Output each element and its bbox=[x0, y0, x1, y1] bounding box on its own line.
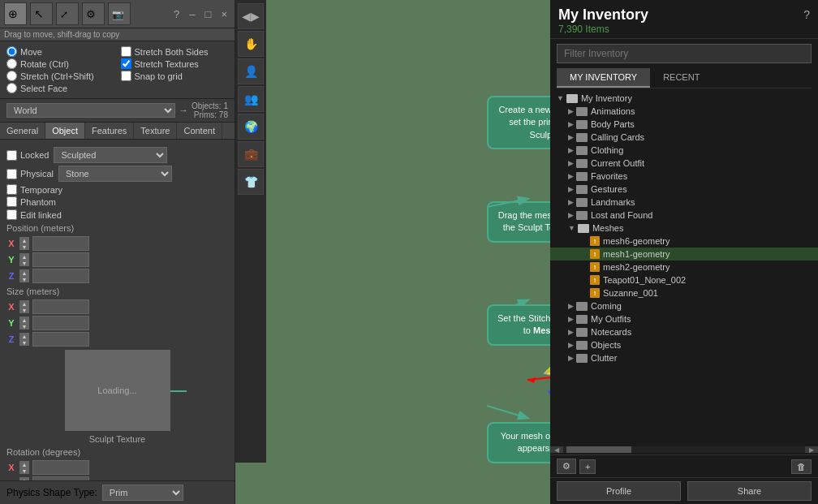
tree-item[interactable]: ▶Current Outfit bbox=[550, 157, 818, 170]
arrow-btn[interactable]: → bbox=[179, 105, 188, 116]
tree-item[interactable]: ▶Lost and Found bbox=[550, 209, 818, 222]
tree-item[interactable]: ▶Calling Cards bbox=[550, 131, 818, 144]
size-z-down[interactable]: ▼ bbox=[19, 339, 29, 346]
physics-select[interactable]: Prim bbox=[102, 485, 183, 501]
tree-item[interactable]: ▶Gestures bbox=[550, 183, 818, 196]
pos-y-up[interactable]: ▲ bbox=[19, 253, 29, 260]
help-btn[interactable]: ? bbox=[170, 8, 183, 20]
tree-item[interactable]: !mesh6-geometry bbox=[550, 235, 818, 248]
svg-text:⤢: ⤢ bbox=[60, 9, 68, 20]
minimize-btn[interactable]: – bbox=[186, 8, 198, 20]
add-btn[interactable]: + bbox=[579, 459, 596, 474]
move-tool-btn[interactable]: ⊕ bbox=[4, 2, 27, 25]
pos-z-input[interactable]: 23.613 bbox=[32, 269, 89, 283]
tab-object[interactable]: Object bbox=[45, 123, 85, 139]
tree-item[interactable]: !mesh2-geometry bbox=[550, 261, 818, 274]
stretch-textures-label: Stretch Textures bbox=[135, 59, 199, 69]
tree-item[interactable]: ▶Objects bbox=[550, 338, 818, 351]
inventory-tabs: MY INVENTORY RECENT bbox=[557, 68, 812, 88]
tab-features[interactable]: Features bbox=[85, 123, 134, 139]
locked-checkbox[interactable] bbox=[6, 150, 17, 161]
pos-z-down[interactable]: ▼ bbox=[19, 276, 29, 282]
camera-tool-btn[interactable]: 📷 bbox=[108, 2, 131, 25]
select-tool-btn[interactable]: ↖ bbox=[30, 2, 53, 25]
tree-item[interactable]: ▶Body Parts bbox=[550, 118, 818, 131]
tab-content[interactable]: Content bbox=[177, 123, 222, 139]
gear-btn[interactable]: ⚙ bbox=[557, 459, 576, 474]
sculpted-select[interactable]: Sculpted bbox=[54, 147, 167, 163]
tree-item[interactable]: ▶Clutter bbox=[550, 351, 818, 364]
stretch-tool-btn[interactable]: ⤢ bbox=[56, 2, 79, 25]
tab-recent[interactable]: RECENT bbox=[650, 68, 713, 88]
tree-item[interactable]: ▶Notecards bbox=[550, 325, 818, 338]
inventory-panel: My Inventory ? 7,390 Items MY INVENTORY … bbox=[550, 0, 818, 504]
stretch-radio[interactable] bbox=[6, 71, 17, 81]
pos-y-down[interactable]: ▼ bbox=[19, 260, 29, 266]
tab-texture[interactable]: Texture bbox=[134, 123, 177, 139]
tree-item[interactable]: ▶Animations bbox=[550, 105, 818, 118]
folder-icon bbox=[576, 172, 588, 181]
profile-btn[interactable]: Profile bbox=[557, 481, 681, 501]
tree-item-label: Favorites bbox=[591, 171, 627, 181]
size-y-up[interactable]: ▲ bbox=[19, 317, 29, 323]
delete-btn[interactable]: 🗑 bbox=[791, 459, 812, 474]
rot-x-up[interactable]: ▲ bbox=[19, 461, 29, 467]
svg-marker-17 bbox=[527, 377, 536, 383]
tree-item[interactable]: !Teapot01_None_002 bbox=[550, 274, 818, 286]
folder-arrow: ▶ bbox=[568, 354, 574, 362]
size-x-up[interactable]: ▲ bbox=[19, 300, 29, 307]
share-btn[interactable]: Share bbox=[687, 481, 812, 501]
edit-linked-checkbox[interactable] bbox=[6, 209, 17, 220]
maximize-btn[interactable]: □ bbox=[202, 8, 215, 20]
size-z-input[interactable]: 1.402 bbox=[32, 332, 89, 347]
tree-item-label: mesh6-geometry bbox=[603, 236, 670, 246]
tab-my-inventory[interactable]: MY INVENTORY bbox=[557, 68, 650, 88]
size-y-input[interactable]: 1.402 bbox=[32, 316, 89, 330]
phantom-checkbox[interactable] bbox=[6, 196, 17, 207]
stretch-textures-checkbox[interactable] bbox=[121, 58, 131, 69]
size-z-up[interactable]: ▲ bbox=[19, 333, 29, 339]
snap-grid-checkbox[interactable] bbox=[121, 71, 131, 81]
pos-x-up[interactable]: ▲ bbox=[19, 237, 29, 243]
rot-x-down[interactable]: ▼ bbox=[19, 467, 29, 474]
rotate-radio[interactable] bbox=[6, 58, 17, 69]
pos-z-up[interactable]: ▲ bbox=[19, 269, 29, 276]
scroll-left-btn[interactable]: ◀ bbox=[550, 446, 563, 453]
stretch-both-checkbox[interactable] bbox=[121, 46, 131, 57]
move-radio[interactable] bbox=[6, 46, 17, 57]
inventory-tree[interactable]: ▼My Inventory▶Animations▶Body Parts▶Call… bbox=[550, 88, 818, 446]
size-x-input[interactable]: 1.402 bbox=[32, 299, 89, 314]
tree-item-label: Coming bbox=[591, 301, 622, 311]
tree-item[interactable]: ▶Coming bbox=[550, 299, 818, 312]
tree-item[interactable]: !Suzanne_001 bbox=[550, 286, 818, 299]
stone-select[interactable]: Stone bbox=[58, 166, 172, 182]
tree-item-label: My Outfits bbox=[591, 314, 631, 324]
size-y-down[interactable]: ▼ bbox=[19, 323, 29, 330]
tree-item[interactable]: !mesh1-geometry bbox=[550, 248, 818, 261]
settings-tool-btn[interactable]: ⚙ bbox=[82, 2, 105, 25]
folder-icon bbox=[576, 315, 588, 324]
tab-general[interactable]: General bbox=[0, 123, 45, 139]
temporary-checkbox[interactable] bbox=[6, 184, 17, 195]
tree-item[interactable]: ▶Clothing bbox=[550, 144, 818, 157]
pos-x-down[interactable]: ▼ bbox=[19, 243, 29, 250]
inventory-help-btn[interactable]: ? bbox=[803, 8, 810, 21]
tree-item[interactable]: ▶My Outfits bbox=[550, 312, 818, 325]
pos-y-input[interactable]: 75.175 bbox=[32, 252, 89, 267]
horiz-scrollbar[interactable]: ◀ ▶ bbox=[550, 446, 818, 453]
filter-input[interactable] bbox=[557, 44, 812, 63]
tree-item[interactable]: ▶Landmarks bbox=[550, 196, 818, 209]
rot-x-input[interactable]: 0.00 bbox=[32, 460, 89, 475]
scroll-right-btn[interactable]: ▶ bbox=[805, 446, 818, 453]
folder-arrow: ▼ bbox=[568, 224, 575, 232]
pos-x-input[interactable]: 248.420 bbox=[32, 236, 89, 251]
tree-item[interactable]: ▶Favorites bbox=[550, 170, 818, 183]
close-btn[interactable]: × bbox=[217, 8, 230, 20]
tree-item[interactable]: ▼Meshes bbox=[550, 222, 818, 235]
physical-checkbox[interactable] bbox=[6, 169, 17, 179]
select-face-radio[interactable] bbox=[6, 83, 17, 93]
tree-item-label: mesh2-geometry bbox=[603, 262, 670, 272]
tree-item[interactable]: ▼My Inventory bbox=[550, 92, 818, 105]
size-x-down[interactable]: ▼ bbox=[19, 307, 29, 313]
world-select[interactable]: World bbox=[6, 103, 175, 118]
